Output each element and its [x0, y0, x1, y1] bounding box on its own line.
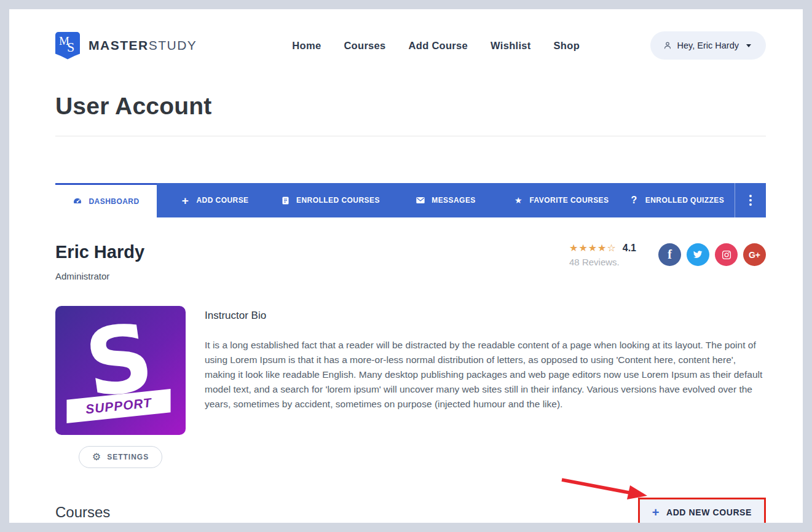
courses-heading: Courses [55, 504, 110, 521]
tab-label: DASHBOARD [89, 197, 139, 206]
profile-role: Administrator [55, 271, 144, 281]
instructor-avatar: S SUPPORT [55, 306, 186, 435]
tab-label: ADD COURSE [196, 196, 248, 205]
reviews-count: 48 Reviews. [569, 257, 636, 267]
social-links: f G+ [658, 243, 766, 266]
dashboard-gauge-icon [73, 197, 82, 206]
tab-label: FAVORITE COURSES [530, 196, 609, 205]
logo-shield-letter-s: S [67, 39, 74, 55]
add-new-course-button[interactable]: + ADD NEW COURSE [638, 498, 766, 523]
add-new-course-label: ADD NEW COURSE [666, 507, 752, 517]
main-nav: Home Courses Add Course Wishlist Shop [292, 40, 580, 52]
star-rating-icons: ★★★★☆ [569, 242, 617, 254]
account-tabs: DASHBOARD + ADD COURSE ENROLLED COURSES [55, 183, 766, 217]
tab-add-course[interactable]: + ADD COURSE [157, 183, 272, 217]
twitter-icon[interactable] [687, 243, 709, 266]
nav-item-home[interactable]: Home [292, 40, 321, 52]
chevron-down-icon [746, 44, 751, 47]
tab-messages[interactable]: MESSAGES [388, 183, 503, 217]
vertical-ellipsis-icon [749, 195, 752, 197]
facebook-icon[interactable]: f [658, 243, 681, 266]
logo-shield-icon: M S [55, 32, 80, 60]
tab-favorite-courses[interactable]: ★ FAVORITE COURSES [503, 183, 619, 217]
profile-header: Eric Hardy Administrator ★★★★☆ 4.1 48 Re… [9, 242, 803, 281]
page-title: User Account [9, 93, 803, 120]
person-icon [663, 41, 672, 50]
courses-section-header: Courses + ADD NEW COURSE [9, 498, 803, 523]
tab-more-button[interactable] [735, 183, 766, 217]
settings-button[interactable]: ⚙ SETTINGS [79, 446, 162, 468]
bio-text: It is a long established fact that a rea… [205, 338, 765, 412]
avatar-banner: SUPPORT [66, 389, 170, 423]
nav-item-shop[interactable]: Shop [554, 40, 580, 52]
site-header: M S MASTERSTUDY Home Courses Add Course … [9, 9, 803, 66]
gear-icon: ⚙ [92, 452, 101, 462]
tab-enrolled-courses[interactable]: ENROLLED COURSES [272, 183, 388, 217]
profile-identity: Eric Hardy Administrator [55, 242, 144, 281]
tab-label: ENROLLED COURSES [296, 196, 380, 205]
tab-dashboard[interactable]: DASHBOARD [55, 183, 157, 217]
instagram-icon[interactable] [715, 243, 738, 266]
plus-icon: + [652, 507, 660, 517]
brand-light: STUDY [149, 38, 197, 52]
profile-name: Eric Hardy [55, 242, 144, 262]
nav-item-add-course[interactable]: Add Course [409, 40, 468, 52]
settings-button-label: SETTINGS [107, 453, 149, 461]
tab-enrolled-quizzes[interactable]: ? ENROLLED QUIZZES [619, 183, 735, 217]
brand-bold: MASTER [89, 38, 149, 52]
nav-item-wishlist[interactable]: Wishlist [491, 40, 531, 52]
google-plus-icon[interactable]: G+ [743, 243, 766, 266]
tab-label: MESSAGES [432, 196, 476, 205]
rating-value: 4.1 [623, 243, 636, 254]
masterstudy-logo[interactable]: M S MASTERSTUDY [55, 32, 197, 60]
brand-wordmark: MASTERSTUDY [89, 38, 197, 53]
user-menu-label: Hey, Eric Hardy [677, 41, 739, 50]
book-icon [280, 195, 290, 205]
bio-heading: Instructor Bio [205, 310, 765, 322]
envelope-icon [416, 195, 425, 205]
title-divider [55, 136, 766, 136]
nav-item-courses[interactable]: Courses [344, 40, 385, 52]
user-menu-button[interactable]: Hey, Eric Hardy [650, 31, 766, 60]
star-icon: ★ [514, 195, 524, 205]
bio-section: S SUPPORT ⚙ SETTINGS Instructor Bio It i… [9, 306, 803, 468]
plus-icon: + [180, 195, 190, 205]
tab-label: ENROLLED QUIZZES [645, 196, 725, 205]
question-icon: ? [629, 195, 639, 205]
user-account-page: M S MASTERSTUDY Home Courses Add Course … [9, 9, 803, 523]
instructor-rating: ★★★★☆ 4.1 48 Reviews. [569, 242, 636, 267]
